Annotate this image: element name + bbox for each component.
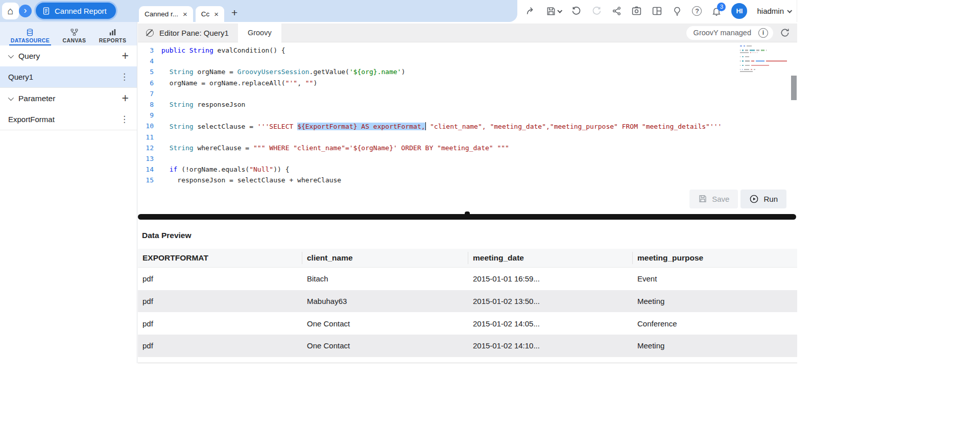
datasource-icon (26, 28, 34, 37)
column-header[interactable]: EXPORTFORMAT (138, 252, 302, 264)
close-tab-icon[interactable]: × (183, 10, 187, 18)
kebab-menu-icon[interactable]: ⋮ (120, 114, 129, 125)
user-menu[interactable]: hiadmin (757, 7, 791, 15)
pane-splitter[interactable] (138, 214, 796, 220)
expand-nav-button[interactable]: › (19, 5, 32, 17)
save-label: Save (712, 195, 729, 203)
preview-table: EXPORTFORMATclient_namemeeting_datemeeti… (138, 249, 797, 357)
code-line[interactable]: 14 if (!orgName.equals("Null")) { (138, 164, 797, 175)
line-number: 10 (138, 122, 154, 130)
code-editor[interactable]: 3public String evalCondition() {45 Strin… (138, 43, 797, 184)
table-row[interactable]: pdfOne Contact2015-01-02 14:05...Confere… (138, 312, 797, 335)
splitter-handle[interactable] (465, 211, 470, 215)
table-cell: pdf (138, 274, 302, 283)
history-undo-icon[interactable] (571, 6, 582, 16)
table-cell: pdf (138, 297, 302, 305)
language-label: Groovy (248, 29, 272, 37)
code-line[interactable]: 7 (138, 88, 797, 99)
editor-scrollbar[interactable] (791, 43, 797, 184)
chevron-down-icon (8, 52, 14, 58)
tab-cc[interactable]: Cc × (196, 6, 224, 22)
app-title-pill[interactable]: Canned Report (36, 3, 116, 19)
code-line[interactable]: 8 String responseJson (138, 99, 797, 110)
avatar[interactable]: HI (731, 3, 747, 19)
code-line[interactable]: 6 orgName = orgName.replaceAll("'", "") (138, 78, 797, 88)
code-line[interactable]: 12 String whereClause = """ WHERE "clien… (138, 143, 797, 153)
code-line[interactable]: 11 (138, 132, 797, 143)
toolbar: ? 3 HI hiadmin (523, 0, 797, 22)
code-line[interactable]: 13 (138, 153, 797, 164)
code-line[interactable]: 4 (138, 56, 797, 66)
canvas-icon (70, 28, 79, 37)
chevron-down-icon (558, 8, 563, 13)
help-icon[interactable]: ? (692, 6, 702, 16)
code-line[interactable]: 15 responseJson = selectClause + whereCl… (138, 175, 797, 184)
layout-columns-icon[interactable] (652, 6, 662, 16)
code-line[interactable]: 10 String selectClause = '''SELECT ${Exp… (138, 121, 797, 131)
editor-pane-icon (146, 29, 154, 37)
column-header[interactable]: meeting_purpose (633, 252, 795, 264)
line-number: 7 (138, 90, 154, 98)
tab-label: Cc (201, 10, 210, 18)
minimap-line (740, 69, 787, 70)
share-forward-icon[interactable] (525, 6, 536, 16)
save-menu-button[interactable] (546, 6, 561, 16)
minimap-line (740, 60, 787, 61)
table-row[interactable]: pdfBitach2015-01-01 16:59...Event (138, 268, 797, 290)
notifications-button[interactable]: 3 (711, 6, 722, 16)
tab-canvas[interactable]: CANVAS (61, 27, 88, 45)
tab-label: REPORTS (99, 37, 127, 43)
column-header[interactable]: meeting_date (468, 252, 633, 264)
table-cell: Bitach (302, 274, 468, 283)
section-label: Parameter (18, 94, 55, 103)
table-cell: 2015-01-01 16:59... (468, 274, 633, 283)
add-query-button[interactable]: + (122, 50, 129, 62)
code-line[interactable]: 5 String orgName = GroovyUsersSession.ge… (138, 66, 797, 77)
code-text: public String evalCondition() { (161, 46, 285, 54)
refresh-icon[interactable] (780, 28, 790, 38)
line-number: 12 (138, 144, 154, 152)
table-cell: 2015-01-02 13:50... (468, 297, 633, 305)
tab-datasource[interactable]: DATASOURCE (9, 27, 52, 45)
insights-bulb-icon[interactable] (672, 6, 682, 16)
scrollbar-thumb[interactable] (791, 76, 797, 100)
share-nodes-icon[interactable] (612, 6, 622, 16)
tab-groovy[interactable]: Groovy (238, 23, 281, 42)
sidebar-item-query1[interactable]: Query1 ⋮ (0, 66, 137, 88)
code-line[interactable]: 9 (138, 110, 797, 121)
minimap-line (740, 67, 787, 68)
minimap-line (740, 52, 787, 53)
column-header[interactable]: client_name (302, 252, 468, 264)
sidebar-item-exportformat[interactable]: ExportFormat ⋮ (0, 109, 137, 130)
editor-pane-title: Editor Pane: Query1 (159, 29, 229, 37)
add-parameter-button[interactable]: + (122, 92, 129, 104)
tab-canned-report[interactable]: Canned r... × (139, 6, 193, 22)
code-line[interactable]: 3public String evalCondition() { (138, 45, 797, 56)
tab-reports[interactable]: REPORTS (98, 27, 128, 45)
table-row[interactable]: pdfMabuhay632015-01-02 13:50...Meeting (138, 290, 797, 313)
report-doc-icon (42, 7, 51, 15)
preview-header-row: EXPORTFORMATclient_namemeeting_datemeeti… (138, 249, 797, 268)
sidebar: DATASOURCE CANVAS REPORTS Query + Query1 (0, 22, 137, 363)
item-label: ExportFormat (8, 115, 55, 124)
capture-screenshot-icon[interactable] (631, 6, 642, 16)
new-tab-button[interactable]: + (231, 7, 237, 22)
minimap-line (740, 63, 787, 64)
parameter-section-header[interactable]: Parameter + (0, 88, 137, 109)
info-icon[interactable]: i (758, 28, 768, 38)
minimap[interactable] (740, 45, 787, 73)
kebab-menu-icon[interactable]: ⋮ (120, 72, 129, 82)
notification-badge: 3 (717, 3, 726, 11)
query-section-header[interactable]: Query + (0, 45, 137, 66)
code-text: String selectClause = '''SELECT ${Export… (161, 122, 722, 130)
save-button[interactable]: Save (689, 190, 738, 208)
run-button[interactable]: Run (740, 190, 786, 208)
sidebar-tabs: DATASOURCE CANVAS REPORTS (0, 22, 137, 45)
close-tab-icon[interactable]: × (214, 10, 219, 18)
code-text: String whereClause = """ WHERE "client_n… (161, 144, 509, 152)
line-number: 6 (138, 79, 154, 87)
code-text: String responseJson (161, 101, 245, 108)
table-row[interactable]: pdfOne Contact2015-01-02 14:10...Meeting (138, 335, 797, 357)
home-button[interactable]: ⌂ (2, 3, 19, 19)
table-cell: 2015-01-02 14:10... (468, 341, 633, 350)
